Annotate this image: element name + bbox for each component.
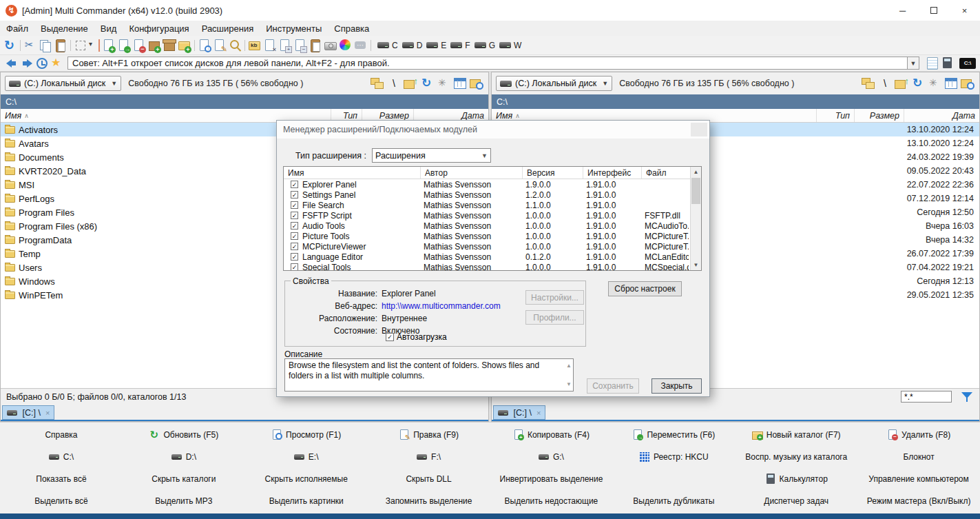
separator[interactable] (368, 38, 373, 53)
forward-button[interactable] (19, 57, 34, 70)
menu-item[interactable]: Файл (0, 21, 34, 36)
toolbar-drive-button[interactable]: D (402, 41, 423, 50)
command-button[interactable]: Выделить картинки (245, 490, 368, 512)
command-button[interactable]: Выделить дубликаты (612, 490, 735, 512)
extension-row[interactable]: ✓Explorer Panel Mathias Svensson 1.9.0.0… (284, 179, 701, 190)
copy-icon[interactable] (38, 38, 53, 53)
scroll-up-icon[interactable]: ▲ (691, 167, 701, 177)
folder-search-icon[interactable] (469, 77, 484, 90)
menu-item[interactable]: Инструменты (260, 21, 328, 36)
kb-folder-icon[interactable] (247, 38, 262, 53)
command-button[interactable]: Режим мастера (Вкл/Выкл) (857, 490, 980, 512)
scroll-thumb[interactable] (691, 178, 700, 204)
back-button[interactable] (4, 57, 19, 70)
separator[interactable] (18, 38, 23, 53)
command-button[interactable]: Скрыть каталоги (123, 468, 245, 490)
command-button[interactable]: Новый каталог (F7) (735, 424, 857, 446)
calculator-icon[interactable] (940, 57, 955, 70)
toolbar-drive-button[interactable]: G (475, 41, 495, 50)
command-button[interactable]: C:\ (0, 446, 123, 468)
favorites-button[interactable] (50, 57, 65, 70)
doc-plus-icon[interactable] (278, 38, 293, 53)
close-button[interactable]: × (949, 0, 980, 21)
view-mode-icon[interactable] (452, 77, 468, 90)
tip-dropdown-button[interactable]: ▼ (908, 57, 919, 70)
command-button[interactable]: Скрыть DLL (368, 468, 490, 490)
enabled-checkbox[interactable]: ✓ (291, 201, 298, 209)
command-button[interactable]: Реестр: HKCU (612, 446, 735, 468)
maximize-button[interactable] (918, 0, 949, 21)
toolbar-drive-button[interactable]: F (450, 41, 470, 50)
menu-item[interactable]: Справка (328, 21, 375, 36)
enabled-checkbox[interactable]: ✓ (291, 232, 298, 240)
command-button[interactable]: F:\ (368, 446, 490, 468)
folder-up-button[interactable] (894, 77, 909, 90)
command-button[interactable]: Запомнить выделение (368, 490, 490, 512)
command-button[interactable]: Справка (0, 424, 123, 446)
command-prompt-icon[interactable]: C:\ (959, 58, 976, 69)
col-interface[interactable]: Интерфейс (583, 167, 642, 179)
toolbar-drive-button[interactable]: E (426, 41, 446, 50)
copy-file-icon[interactable] (101, 38, 116, 53)
minimize-button[interactable]: ─ (887, 0, 918, 21)
command-button[interactable]: Выделить MP3 (123, 490, 245, 512)
filter-funnel-icon[interactable] (960, 391, 974, 403)
table-scrollbar[interactable]: ▲ ▼ (690, 167, 701, 270)
command-button[interactable]: Блокнот (857, 446, 980, 468)
separator[interactable] (68, 38, 73, 53)
command-button[interactable]: Инвертировать выделение (490, 468, 613, 490)
dialog-close-action-button[interactable]: Закрыть (651, 378, 702, 394)
move-file-icon[interactable] (116, 38, 132, 53)
web-link[interactable]: http:\\www.multicommander.com (382, 301, 501, 311)
command-button[interactable] (612, 468, 735, 490)
new-folder-icon[interactable] (177, 38, 192, 53)
menu-item[interactable]: Вид (94, 21, 123, 36)
command-button[interactable]: Калькулятор (735, 468, 857, 490)
refresh-panel-button[interactable] (419, 77, 435, 90)
dialog-close-button[interactable] (691, 123, 707, 136)
extension-row[interactable]: ✓Picture Tools Mathias Svensson 1.0.0.0 … (284, 231, 701, 241)
copy-path-icon[interactable] (370, 77, 385, 90)
extension-row[interactable]: ✓Language Editor Mathias Svensson 0.1.2.… (284, 252, 701, 262)
command-button[interactable]: Показать всё (0, 468, 123, 490)
description-box[interactable]: Browse the filesystem and list the conte… (284, 358, 574, 391)
extension-row[interactable]: ✓File Search Mathias Svensson 1.1.0.0 1.… (284, 200, 701, 210)
save-button[interactable]: Сохранить (587, 378, 639, 394)
col-file[interactable]: Файл (642, 167, 690, 179)
doc-minus-icon[interactable] (293, 38, 308, 53)
scroll-down-icon[interactable]: ▼ (566, 379, 572, 389)
left-path-bar[interactable]: C:\ (1, 94, 488, 109)
search-icon[interactable] (227, 38, 242, 53)
command-button[interactable]: Переместить (F6) (612, 424, 735, 446)
col-author[interactable]: Автор (421, 167, 523, 179)
enabled-checkbox[interactable]: ✓ (291, 243, 298, 250)
unpack-icon[interactable] (162, 38, 177, 53)
select-caret-icon[interactable] (88, 38, 96, 53)
command-button[interactable]: Копировать (F4) (490, 424, 613, 446)
enabled-checkbox[interactable]: ✓ (291, 181, 298, 188)
media-player-icon[interactable] (323, 38, 338, 53)
command-button[interactable]: Удалить (F8) (857, 424, 980, 446)
copy-path-icon[interactable] (861, 77, 876, 90)
column-header-type[interactable]: Тип (817, 109, 855, 122)
enabled-checkbox[interactable]: ✓ (291, 263, 298, 271)
refresh-panel-button[interactable] (910, 77, 926, 90)
paste-icon[interactable] (53, 38, 68, 53)
enabled-checkbox[interactable]: ✓ (291, 212, 298, 219)
command-button[interactable]: Правка (F9) (368, 424, 490, 446)
command-button[interactable]: Скрыть исполняемые (245, 468, 368, 490)
command-button[interactable]: Диспетчер задач (735, 490, 857, 512)
cut-icon[interactable] (23, 38, 38, 53)
filter-input[interactable] (901, 391, 952, 403)
menu-item[interactable]: Расширения (196, 21, 260, 36)
toolbar-drive-button[interactable]: C (377, 41, 398, 50)
refresh-icon[interactable] (3, 38, 18, 53)
autostart-checkbox[interactable]: ✓ (386, 333, 394, 341)
goto-root-button[interactable]: \ (877, 77, 893, 90)
extension-row[interactable]: ✓Audio Tools Mathias Svensson 1.0.0.0 1.… (284, 221, 701, 231)
separator[interactable] (242, 38, 247, 53)
right-path-bar[interactable]: C:\ (492, 94, 979, 109)
view-file-icon[interactable] (197, 38, 212, 53)
profiles-button[interactable]: Профили... (525, 310, 584, 325)
command-button[interactable]: D:\ (123, 446, 245, 468)
